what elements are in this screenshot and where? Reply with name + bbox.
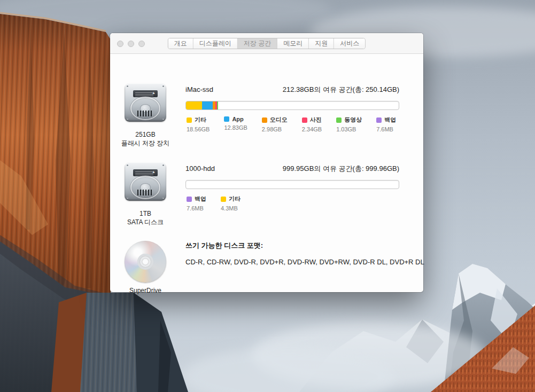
legend-label: 오디오 — [270, 116, 288, 124]
disk-header: iMac-ssd 212.38GB의 여유 공간(총: 250.14GB) — [185, 85, 399, 95]
legend-label: 동영상 — [344, 116, 362, 124]
hard-drive-icon — [122, 80, 169, 127]
tab-storage[interactable]: 저장 공간 — [238, 38, 277, 49]
legend-swatch — [187, 117, 192, 123]
legend-item: 백업 7.6MB — [187, 195, 206, 211]
legend-size: 12.83GB — [224, 124, 247, 131]
usage-legend: 기타 18.56GB App 12.83GB 오디오 2.98GB 사진 — [187, 116, 396, 132]
legend-label: 백업 — [195, 195, 206, 203]
screw — [162, 197, 164, 198]
legend-label: App — [232, 116, 243, 122]
hard-drive-platter — [130, 97, 160, 120]
tab-bar: 개요 디스플레이 저장 공간 메모리 지원 서비스 — [168, 38, 366, 49]
legend-label: 기타 — [195, 116, 206, 124]
usage-legend: 백업 7.6MB 기타 4.3MB — [187, 195, 241, 211]
desktop: 개요 디스플레이 저장 공간 메모리 지원 서비스 — [0, 0, 535, 392]
usage-bar — [185, 101, 399, 110]
screw — [127, 197, 128, 198]
legend-size: 1.03GB — [336, 126, 362, 132]
legend-item: 동영상 1.03GB — [336, 116, 362, 132]
disk-type-label: SATA 디스크 — [110, 218, 181, 226]
legend-item: 기타 18.56GB — [187, 116, 210, 132]
usage-segment-기타 — [186, 101, 202, 109]
free-space-text: 212.38GB의 여유 공간(총: 250.14GB) — [283, 85, 399, 95]
legend-item: 백업 7.6MB — [376, 116, 396, 132]
legend-swatch — [302, 117, 307, 123]
hard-drive-body — [125, 83, 166, 122]
legend-swatch — [262, 117, 267, 123]
storage-panel: 251GB 플래시 저장 장치 iMac-ssd 212.38GB의 여유 공간… — [110, 54, 423, 292]
legend-size: 2.98GB — [262, 126, 288, 132]
writable-formats-title: 쓰기 가능한 디스크 포맷: — [185, 241, 263, 250]
screw — [127, 164, 128, 166]
legend-item: App 12.83GB — [224, 116, 247, 132]
legend-size: 2.34GB — [302, 126, 322, 132]
screw — [162, 85, 164, 87]
hard-drive-vents — [137, 190, 153, 195]
screw — [162, 117, 164, 119]
disk-type-label: 플래시 저장 장치 — [110, 139, 181, 147]
legend-size: 4.3MB — [221, 205, 241, 211]
disc-hub — [137, 254, 153, 270]
usage-segment-App — [202, 101, 213, 109]
optical-disc-icon — [125, 241, 166, 283]
legend-label: 사진 — [310, 116, 322, 124]
legend-size: 7.6MB — [187, 205, 206, 211]
screw — [127, 117, 128, 119]
tab-support[interactable]: 지원 — [309, 38, 334, 49]
tab-displays[interactable]: 디스플레이 — [193, 38, 238, 49]
disk-capacity-and-type: 1TB SATA 디스크 — [110, 209, 181, 226]
disk-capacity-label: 1TB — [110, 209, 181, 218]
disk-capacity-label: 251GB — [110, 130, 181, 139]
legend-swatch — [224, 116, 229, 122]
legend-swatch — [187, 197, 192, 202]
traffic-lights — [117, 41, 145, 47]
tab-overview[interactable]: 개요 — [168, 38, 193, 49]
disk-header: 1000-hdd 999.95GB의 여유 공간(총: 999.96GB) — [185, 164, 399, 174]
disc-hole — [142, 258, 149, 265]
legend-item: 사진 2.34GB — [302, 116, 322, 132]
close-button[interactable] — [117, 41, 123, 47]
legend-size: 7.6MB — [376, 126, 396, 132]
hard-drive-vents — [137, 111, 153, 116]
minimize-button[interactable] — [128, 41, 134, 47]
window-titlebar[interactable]: 개요 디스플레이 저장 공간 메모리 지원 서비스 — [110, 33, 423, 54]
screw — [127, 85, 128, 87]
hard-drive-body — [125, 162, 166, 201]
tab-memory[interactable]: 메모리 — [277, 38, 309, 49]
disk-icon-column: 1TB SATA 디스크 — [110, 159, 181, 226]
legend-label: 기타 — [229, 195, 241, 203]
tab-service[interactable]: 서비스 — [334, 38, 365, 49]
legend-item: 오디오 2.98GB — [262, 116, 288, 132]
usage-bar — [185, 180, 399, 189]
free-space-text: 999.95GB의 여유 공간(총: 999.96GB) — [283, 164, 399, 174]
legend-swatch — [376, 117, 382, 123]
disk-name: 1000-hdd — [185, 164, 215, 173]
superdrive-icon-column: SuperDrive — [110, 240, 181, 295]
legend-label: 백업 — [384, 116, 396, 124]
disk-capacity-and-type: 251GB 플래시 저장 장치 — [110, 130, 181, 147]
screw — [162, 164, 164, 166]
legend-item: 기타 4.3MB — [221, 195, 241, 211]
legend-swatch — [336, 117, 342, 123]
legend-size: 18.56GB — [187, 126, 210, 132]
usage-segment-동영상 — [217, 101, 218, 109]
zoom-button[interactable] — [138, 41, 145, 47]
superdrive-label: SuperDrive — [110, 286, 181, 295]
hard-drive-platter — [130, 176, 160, 199]
about-this-mac-window: 개요 디스플레이 저장 공간 메모리 지원 서비스 — [110, 33, 423, 292]
hard-drive-icon — [122, 159, 169, 206]
disk-icon-column: 251GB 플래시 저장 장치 — [110, 80, 181, 147]
writable-formats-list: CD-R, CD-RW, DVD-R, DVD+R, DVD-RW, DVD+R… — [185, 258, 424, 266]
legend-swatch — [221, 197, 226, 202]
disk-name: iMac-ssd — [185, 85, 213, 93]
